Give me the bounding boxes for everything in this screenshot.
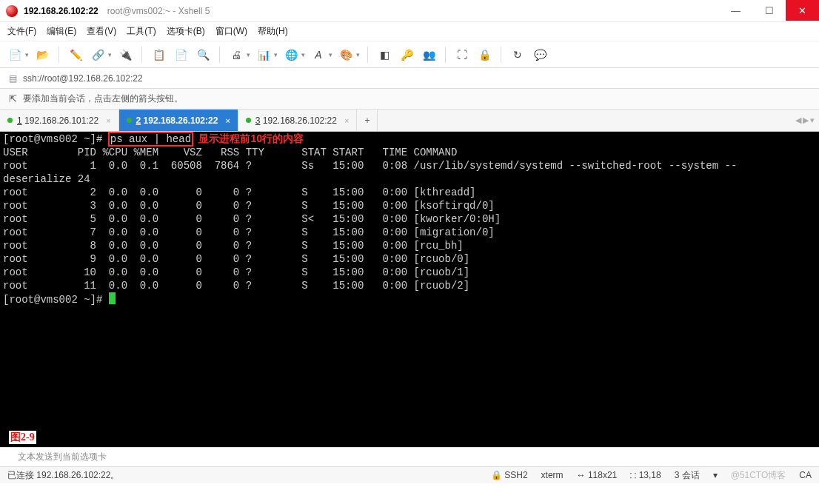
status-caps: CA	[799, 470, 812, 480]
terminal-row: root 7 0.0 0.0 0 0 ? S 15:00 0:00 [migra…	[3, 226, 495, 238]
terminal-command: ps aux | head	[109, 132, 193, 146]
statusbar: 已连接 192.168.26.102:22。 🔒 SSH2 xterm ↔ 11…	[0, 466, 819, 483]
terminal-row: root 9 0.0 0.0 0 0 ? S 15:00 0:00 [rcuob…	[3, 253, 469, 265]
color-scheme-icon[interactable]: 🎨	[337, 46, 355, 64]
new-tab-button[interactable]: +	[357, 110, 378, 131]
terminal-cursor	[109, 292, 116, 304]
hint-arrow-icon[interactable]: ⇱	[9, 93, 17, 104]
window-titlebar: 192.168.26.102:22 root@vms002:~ - Xshell…	[0, 0, 819, 22]
window-buttons	[719, 0, 819, 21]
key-icon[interactable]: 🔑	[398, 46, 415, 64]
maximize-button[interactable]	[752, 0, 786, 21]
terminal-row: root 11 0.0 0.0 0 0 ? S 15:00 0:00 [rcuo…	[3, 280, 469, 292]
toolbar-sep	[367, 47, 368, 63]
menu-file[interactable]: 文件(F)	[7, 25, 36, 38]
menu-tools[interactable]: 工具(T)	[127, 25, 156, 38]
open-icon[interactable]: 📂	[33, 46, 51, 64]
terminal-prompt: [root@vms002 ~]#	[3, 133, 109, 145]
tab-num: 2	[136, 115, 141, 126]
terminal-prompt: [root@vms002 ~]#	[3, 294, 109, 306]
tab-status-dot	[7, 118, 13, 123]
tab-scroll-left-icon[interactable]: ◀	[795, 115, 801, 125]
search-icon[interactable]: 🔍	[194, 46, 212, 64]
refresh-icon[interactable]: ↻	[509, 46, 526, 64]
menu-edit[interactable]: 编辑(E)	[47, 25, 76, 38]
tab-label: 192.168.26.102:22	[144, 115, 218, 126]
web-icon[interactable]: 🌐	[282, 46, 300, 64]
tab-label: 192.168.26.102:22	[263, 115, 337, 126]
chat-icon[interactable]: 💬	[531, 46, 549, 64]
new-session-icon[interactable]: 📄	[6, 46, 24, 64]
address-url[interactable]: ssh://root@192.168.26.102:22	[23, 73, 143, 84]
paste-icon[interactable]: 📄	[172, 46, 190, 64]
tab-close-icon[interactable]: ×	[225, 116, 230, 125]
terminal-header-line: USER PID %CPU %MEM VSZ RSS TTY STAT STAR…	[3, 147, 457, 158]
tab-status-dot	[246, 118, 251, 123]
status-connected: 已连接 192.168.26.102:22。	[7, 469, 119, 482]
status-sessions: 3 会话	[675, 469, 700, 482]
status-size: ↔ 118x21	[577, 470, 618, 480]
toolbar-sep	[58, 47, 59, 63]
toolbar-sep	[219, 47, 220, 63]
watermark: @51CTO博客	[731, 469, 786, 482]
addressbar: ▤ ssh://root@192.168.26.102:22	[0, 68, 819, 89]
status-pos: ⸬ 13,18	[630, 470, 661, 480]
terminal[interactable]: [root@vms002 ~]# ps aux | head 显示进程前10行的…	[0, 132, 819, 447]
tab-close-icon[interactable]: ×	[106, 116, 110, 125]
tab-close-icon[interactable]: ×	[344, 116, 349, 125]
terminal-row: root 3 0.0 0.0 0 0 ? S 15:00 0:00 [ksoft…	[3, 200, 495, 212]
edit-icon[interactable]: ✏️	[67, 46, 84, 64]
tab-scroll-right-icon[interactable]: ▶	[803, 115, 809, 125]
fullscreen-icon[interactable]: ⛶	[453, 46, 471, 64]
app-icon	[6, 5, 18, 17]
hint-bar: ⇱ 要添加当前会话，点击左侧的箭头按钮。	[0, 89, 819, 110]
toolbar-sep	[141, 47, 142, 63]
copy-icon[interactable]: 📋	[150, 46, 167, 64]
tab-num: 1	[17, 115, 22, 126]
status-termtype: xterm	[541, 470, 564, 480]
tab-1[interactable]: 1 192.168.26.101:22 ×	[0, 110, 119, 131]
terminal-row: root 8 0.0 0.0 0 0 ? S 15:00 0:00 [rcu_b…	[3, 240, 464, 252]
tab-3[interactable]: 3 192.168.26.102:22 ×	[238, 110, 358, 131]
window-title-suffix: root@vms002:~ - Xshell 5	[107, 6, 210, 16]
terminal-row: deserialize 24	[3, 173, 90, 185]
minimize-button[interactable]	[719, 0, 752, 21]
lock-small-icon: 🔒	[491, 470, 502, 480]
toolbar: 📄▾ 📂 ✏️ 🔗▾ 🔌 📋 📄 🔍 🖨▾ 📊▾ 🌐▾ A▾ 🎨▾ ◧ 🔑 👥 …	[0, 41, 819, 68]
disconnect-icon[interactable]: 🔌	[116, 46, 134, 64]
status-protocol: 🔒 SSH2	[491, 470, 528, 480]
tabs-row: 1 192.168.26.101:22 × 2 192.168.26.102:2…	[0, 110, 819, 132]
tab-list-dropdown-icon[interactable]: ▾	[810, 115, 815, 125]
font-icon[interactable]: A	[310, 46, 327, 64]
print-icon[interactable]: 🖨	[227, 46, 245, 64]
menu-view[interactable]: 查看(V)	[87, 25, 116, 38]
toolbar-sep	[445, 47, 446, 63]
tab-status-dot	[127, 118, 132, 123]
toolbar-sep	[501, 47, 501, 63]
terminal-annotation: 显示进程前10行的内容	[198, 132, 304, 144]
tab-label: 192.168.26.101:22	[24, 115, 98, 126]
command-input-placeholder[interactable]: 文本发送到当前选项卡	[18, 451, 107, 463]
session-icon: ▤	[9, 73, 17, 84]
connect-icon[interactable]: 🔗	[89, 46, 107, 64]
command-input-bar: 文本发送到当前选项卡	[0, 447, 819, 466]
hint-text: 要添加当前会话，点击左侧的箭头按钮。	[23, 93, 183, 105]
tab-scroll: ◀ ▶ ▾	[791, 110, 819, 131]
status-menu-icon[interactable]: ▾	[713, 470, 718, 480]
menu-window[interactable]: 窗口(W)	[215, 25, 247, 38]
terminal-row: root 1 0.0 0.1 60508 7864 ? Ss 15:00 0:0…	[3, 160, 737, 172]
lock-icon[interactable]: 🔒	[475, 46, 493, 64]
tab-2[interactable]: 2 192.168.26.102:22 ×	[119, 110, 238, 131]
menubar: 文件(F) 编辑(E) 查看(V) 工具(T) 选项卡(B) 窗口(W) 帮助(…	[0, 22, 819, 41]
cmd-in-caret	[7, 451, 12, 464]
color-icon[interactable]: ◧	[375, 46, 393, 64]
menu-tabs[interactable]: 选项卡(B)	[167, 25, 205, 38]
terminal-row: root 10 0.0 0.0 0 0 ? S 15:00 0:00 [rcuo…	[3, 266, 469, 278]
close-button[interactable]	[786, 0, 819, 21]
terminal-row: root 5 0.0 0.0 0 0 ? S< 15:00 0:00 [kwor…	[3, 213, 501, 225]
figure-label: 图2-9	[9, 431, 36, 444]
menu-help[interactable]: 帮助(H)	[258, 25, 288, 38]
users-icon[interactable]: 👥	[420, 46, 438, 64]
window-title-bold: 192.168.26.102:22	[24, 6, 98, 16]
properties-icon[interactable]: 📊	[255, 46, 273, 64]
